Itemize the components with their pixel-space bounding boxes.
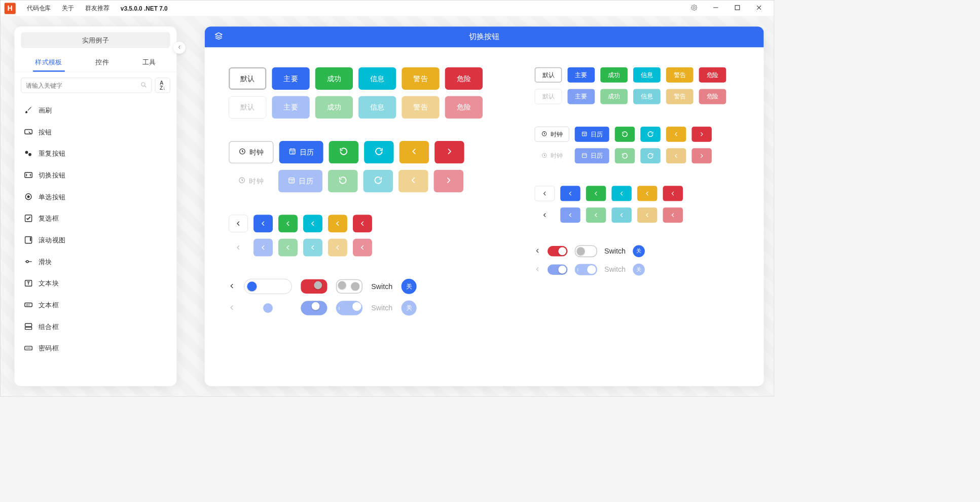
search-input[interactable] — [25, 82, 140, 89]
switch-round-off-disabled[interactable]: 关 — [402, 301, 417, 316]
chevron-danger-light[interactable] — [353, 239, 372, 257]
sidebar-header-button[interactable]: 实用例子 — [21, 32, 170, 48]
toggle-sm-info[interactable]: 信息 — [633, 67, 661, 83]
toggle-clock[interactable]: 时钟 — [229, 141, 273, 163]
nav-item-checkbox[interactable]: 复选框 — [14, 207, 176, 229]
nav-item-textbox[interactable]: abI 文本框 — [14, 294, 176, 316]
chevron-sm-success-light[interactable] — [586, 207, 606, 223]
toggle-warning[interactable]: 警告 — [402, 67, 439, 90]
toggle-sm-refresh-cw-light[interactable] — [640, 148, 661, 163]
toggle-sm-next[interactable] — [692, 127, 712, 142]
toggle-sm-default-light[interactable]: 默认 — [535, 89, 562, 104]
switch-red-on[interactable] — [301, 279, 327, 294]
switch-sm-lightblue-on[interactable] — [548, 264, 568, 275]
toggle-sm-info-light[interactable]: 信息 — [633, 89, 661, 104]
chevron-default-light[interactable] — [229, 239, 248, 257]
toggle-sm-clock-light[interactable]: 时钟 — [535, 148, 569, 163]
switch-sm-bordered-off[interactable] — [575, 245, 597, 257]
chevron-sm-danger[interactable] — [663, 186, 683, 201]
nav-item-button[interactable]: 按钮 — [14, 121, 176, 143]
chevron-warning-light[interactable] — [328, 239, 347, 257]
settings-button[interactable] — [683, 0, 705, 16]
switch-sm-round-off-disabled[interactable]: 关 — [633, 264, 645, 276]
toggle-sm-calendar[interactable]: 15 日历 — [575, 127, 609, 142]
chevron-warning[interactable] — [328, 214, 347, 232]
chevron-info-light[interactable] — [303, 239, 322, 257]
toggle-sm-refresh-ccw[interactable] — [615, 127, 635, 142]
toggle-info-light[interactable]: 信息 — [358, 96, 396, 119]
switch-lightblue-on[interactable] — [301, 301, 327, 315]
toggle-prev[interactable] — [400, 141, 429, 163]
switch-dot-disabled[interactable] — [263, 303, 273, 313]
minimize-button[interactable] — [705, 0, 727, 16]
chevron-sm-danger-light[interactable] — [663, 207, 683, 223]
nav-item-combobox[interactable]: 组合框 — [14, 316, 176, 338]
chevron-sm-primary-light[interactable] — [560, 207, 580, 223]
menu-about[interactable]: 关于 — [62, 5, 74, 12]
toggle-sm-default[interactable]: 默认 — [535, 67, 562, 83]
toggle-default-light[interactable]: 默认 — [229, 96, 266, 119]
toggle-info[interactable]: 信息 — [358, 67, 396, 90]
toggle-sm-prev-light[interactable] — [666, 148, 686, 163]
chevron-sm-warning[interactable] — [637, 186, 658, 201]
nav-item-scrollviewer[interactable]: 滚动视图 — [14, 229, 176, 251]
chevron-sm-default-light[interactable] — [535, 207, 555, 223]
sidebar-collapse-button[interactable] — [173, 42, 186, 54]
chevron-sm-info[interactable] — [611, 186, 632, 201]
search-input-wrapper[interactable] — [21, 78, 152, 93]
chevron-sm-success[interactable] — [586, 186, 606, 201]
toggle-sm-primary-light[interactable]: 主要 — [567, 89, 595, 104]
toggle-danger-light[interactable]: 危险 — [445, 96, 483, 119]
chevron-danger[interactable] — [353, 214, 372, 232]
toggle-prev-light[interactable] — [398, 170, 428, 192]
toggle-sm-danger[interactable]: 危险 — [699, 67, 727, 83]
nav-item-password[interactable]: 密码框 — [14, 337, 176, 359]
switch-bordered-off[interactable] — [336, 279, 362, 294]
chevron-primary-light[interactable] — [253, 239, 273, 257]
nav-item-radio-button[interactable]: 单选按钮 — [14, 186, 176, 208]
chevron-primary[interactable] — [253, 214, 273, 232]
toggle-success[interactable]: 成功 — [315, 67, 353, 90]
switch-round-off[interactable]: 关 — [402, 279, 417, 294]
chevron-sm-info-light[interactable] — [611, 207, 632, 223]
toggle-next-light[interactable] — [434, 170, 463, 192]
chevron-sm-primary[interactable] — [560, 186, 580, 201]
toggle-clock-light[interactable]: 时钟 — [229, 170, 273, 192]
toggle-refresh-cw-light[interactable] — [364, 170, 393, 192]
tab-style-template[interactable]: 样式模板 — [32, 54, 64, 71]
chevron-sm-default[interactable] — [535, 186, 555, 201]
switch-sm-round-off[interactable]: 关 — [633, 245, 645, 257]
close-button[interactable] — [748, 0, 770, 16]
toggle-primary[interactable]: 主要 — [272, 67, 309, 90]
switch-wide-blue[interactable] — [244, 279, 292, 294]
toggle-sm-danger-light[interactable]: 危险 — [699, 89, 727, 104]
chevron-info[interactable] — [303, 214, 322, 232]
toggle-sm-primary[interactable]: 主要 — [567, 67, 595, 83]
menu-recommend[interactable]: 群友推荐 — [85, 5, 109, 12]
toggle-sm-success[interactable]: 成功 — [600, 67, 628, 83]
toggle-sm-warning-light[interactable]: 警告 — [666, 89, 694, 104]
toggle-warning-light[interactable]: 警告 — [402, 96, 439, 119]
sort-button[interactable]: AZ↓ — [155, 78, 170, 93]
tab-controls[interactable]: 控件 — [93, 54, 112, 71]
toggle-sm-next-light[interactable] — [692, 148, 712, 163]
toggle-sm-prev[interactable] — [666, 127, 686, 142]
toggle-sm-warning[interactable]: 警告 — [666, 67, 694, 83]
chevron-success[interactable] — [278, 214, 298, 232]
switch-sm-red-on[interactable] — [548, 246, 568, 257]
toggle-sm-clock[interactable]: 时钟 — [535, 127, 569, 142]
toggle-sm-calendar-light[interactable]: 日历 — [575, 148, 609, 163]
toggle-next[interactable] — [434, 141, 464, 163]
nav-item-repeat-button[interactable]: 重复按钮 — [14, 142, 176, 164]
menu-code-repo[interactable]: 代码仓库 — [27, 5, 51, 12]
toggle-calendar[interactable]: 15 日历 — [279, 141, 323, 163]
toggle-success-light[interactable]: 成功 — [315, 96, 353, 119]
toggle-refresh-ccw-light[interactable] — [328, 170, 357, 192]
chevron-default[interactable] — [229, 214, 248, 232]
nav-item-toggle-button[interactable]: 切换按钮 — [14, 164, 176, 186]
toggle-refresh-cw[interactable] — [364, 141, 393, 163]
switch-sm-labeled-on[interactable]: I — [575, 264, 597, 275]
chevron-success-light[interactable] — [278, 239, 298, 257]
toggle-calendar-light[interactable]: 15 日历 — [278, 170, 322, 192]
toggle-refresh-ccw[interactable] — [329, 141, 358, 163]
